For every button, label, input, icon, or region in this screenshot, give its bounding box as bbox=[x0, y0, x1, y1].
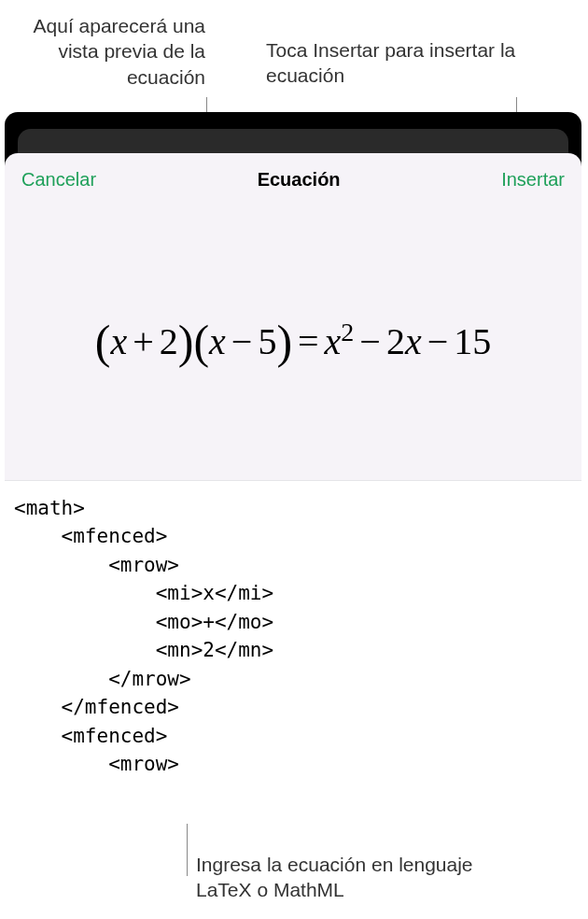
dialog-header: Cancelar Ecuación Insertar bbox=[5, 153, 581, 204]
num-15: 15 bbox=[454, 320, 491, 362]
callout-preview: Aquí aparecerá una vista previa de la ec… bbox=[0, 13, 205, 90]
equation-dialog: Cancelar Ecuación Insertar (x+2)(x−5)=x2… bbox=[5, 153, 581, 824]
minus-op: − bbox=[422, 320, 455, 362]
num-5: 5 bbox=[258, 320, 276, 362]
callout-input: Ingresa la ecuación en lenguaje LaTeX o … bbox=[196, 852, 523, 903]
left-paren-icon: ( bbox=[95, 316, 111, 368]
plus-op: + bbox=[127, 320, 160, 362]
num-2: 2 bbox=[386, 320, 405, 362]
page-title: Ecuación bbox=[258, 169, 341, 191]
equation-code-input[interactable]: <math> <mfenced> <mrow> <mi>x</mi> <mo>+… bbox=[5, 480, 581, 824]
equation-preview: (x+2)(x−5)=x2−2x−15 bbox=[95, 315, 492, 369]
equation-preview-area: (x+2)(x−5)=x2−2x−15 bbox=[5, 204, 581, 480]
var-x: x bbox=[209, 320, 226, 362]
var-x: x bbox=[110, 320, 127, 362]
cancel-button[interactable]: Cancelar bbox=[21, 169, 96, 191]
minus-op: − bbox=[226, 320, 259, 362]
callout-insert: Toca Insertar para insertar la ecuación bbox=[266, 37, 537, 89]
left-paren-icon: ( bbox=[193, 316, 209, 368]
num-2: 2 bbox=[160, 320, 178, 362]
minus-op: − bbox=[354, 320, 386, 362]
phone-frame: Cancelar Ecuación Insertar (x+2)(x−5)=x2… bbox=[5, 112, 581, 824]
equals-op: = bbox=[292, 320, 325, 362]
var-x: x bbox=[405, 320, 422, 362]
exponent: 2 bbox=[341, 318, 354, 346]
right-paren-icon: ) bbox=[276, 316, 292, 368]
insert-button[interactable]: Insertar bbox=[501, 169, 565, 191]
var-x: x bbox=[325, 320, 342, 362]
right-paren-icon: ) bbox=[178, 316, 194, 368]
